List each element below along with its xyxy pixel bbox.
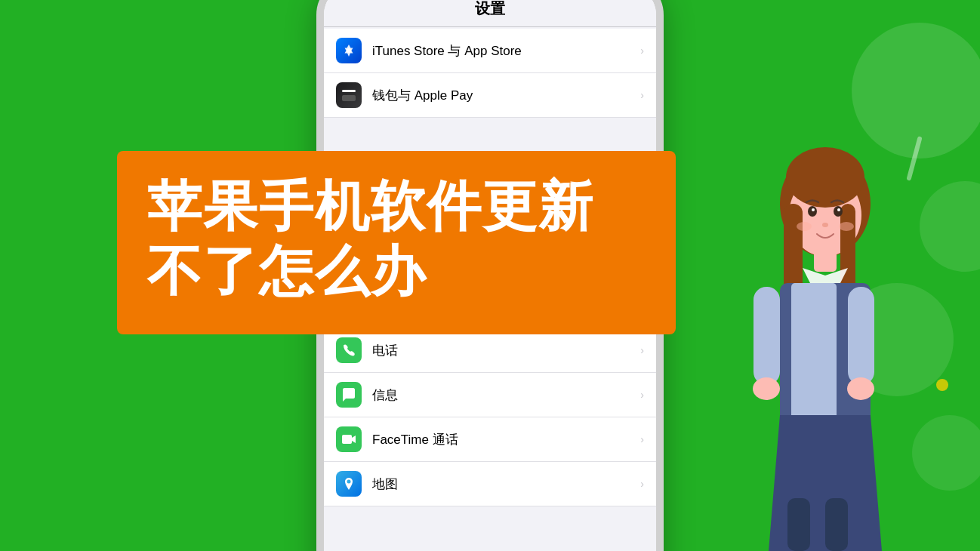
appstore-icon bbox=[336, 38, 362, 63]
maps-icon bbox=[336, 471, 362, 497]
messages-label: 信息 bbox=[372, 386, 640, 404]
list-item[interactable]: iTunes Store 与 App Store › bbox=[324, 29, 656, 73]
itunes-appstore-label: iTunes Store 与 App Store bbox=[372, 42, 640, 60]
chevron-icon: › bbox=[640, 389, 644, 401]
svg-point-3 bbox=[912, 415, 980, 491]
title-text: 苹果手机软件更新不了怎么办 bbox=[147, 174, 646, 304]
svg-rect-37 bbox=[825, 498, 848, 551]
settings-header: 设置 bbox=[324, 0, 656, 27]
svg-rect-20 bbox=[840, 204, 855, 294]
wallet-icon bbox=[336, 82, 362, 108]
avatar-character bbox=[708, 128, 920, 551]
svg-point-1 bbox=[920, 181, 980, 272]
svg-rect-36 bbox=[787, 498, 810, 551]
svg-point-26 bbox=[822, 223, 828, 227]
chevron-icon: › bbox=[640, 45, 644, 57]
svg-point-34 bbox=[753, 377, 780, 400]
svg-point-24 bbox=[812, 208, 815, 211]
list-item[interactable]: 地图 › bbox=[324, 462, 656, 506]
svg-rect-33 bbox=[848, 287, 874, 385]
facetime-label: FaceTime 通话 bbox=[372, 431, 640, 448]
svg-point-25 bbox=[837, 208, 840, 211]
list-item[interactable]: 信息 › bbox=[324, 373, 656, 417]
settings-title: 设置 bbox=[475, 0, 505, 17]
svg-point-22 bbox=[808, 206, 817, 217]
list-item[interactable]: FaceTime 通话 › bbox=[324, 417, 656, 462]
wallet-label: 钱包与 Apple Pay bbox=[372, 87, 640, 104]
maps-label: 地图 bbox=[372, 476, 640, 493]
svg-rect-15 bbox=[342, 435, 352, 444]
facetime-icon bbox=[336, 426, 362, 452]
list-item[interactable]: 电话 › bbox=[324, 328, 656, 373]
messages-icon bbox=[336, 382, 362, 408]
svg-point-35 bbox=[847, 377, 874, 400]
list-item[interactable]: 钱包与 Apple Pay › bbox=[324, 73, 656, 118]
svg-point-16 bbox=[347, 480, 351, 484]
svg-point-23 bbox=[834, 206, 843, 217]
svg-point-28 bbox=[839, 222, 854, 231]
svg-point-27 bbox=[797, 222, 812, 231]
svg-point-11 bbox=[347, 48, 351, 53]
chevron-icon: › bbox=[640, 89, 644, 101]
svg-point-5 bbox=[936, 379, 948, 391]
svg-point-21 bbox=[786, 147, 864, 208]
chevron-icon: › bbox=[640, 344, 644, 356]
phone-icon bbox=[336, 337, 362, 363]
title-box: 苹果手机软件更新不了怎么办 bbox=[117, 151, 676, 334]
svg-rect-29 bbox=[814, 249, 837, 272]
phone-label: 电话 bbox=[372, 342, 640, 359]
svg-rect-32 bbox=[753, 287, 780, 385]
top-settings-list: iTunes Store 与 App Store › 钱包与 Apple Pay… bbox=[324, 29, 656, 118]
chevron-icon: › bbox=[640, 433, 644, 445]
svg-rect-31 bbox=[791, 283, 837, 434]
chevron-icon: › bbox=[640, 478, 644, 490]
